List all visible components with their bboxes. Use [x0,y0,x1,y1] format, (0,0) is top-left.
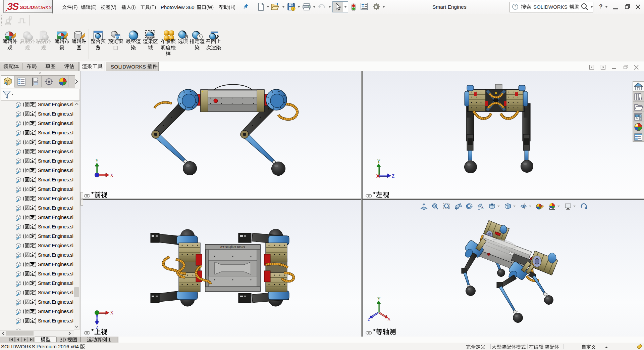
svg-text:!: ! [293,7,294,10]
svg-text:?: ? [514,5,516,9]
svg-text:Smart Engines 1.0: Smart Engines 1.0 [220,246,245,249]
svg-text:SOLIDWORKS: SOLIDWORKS [20,5,52,10]
